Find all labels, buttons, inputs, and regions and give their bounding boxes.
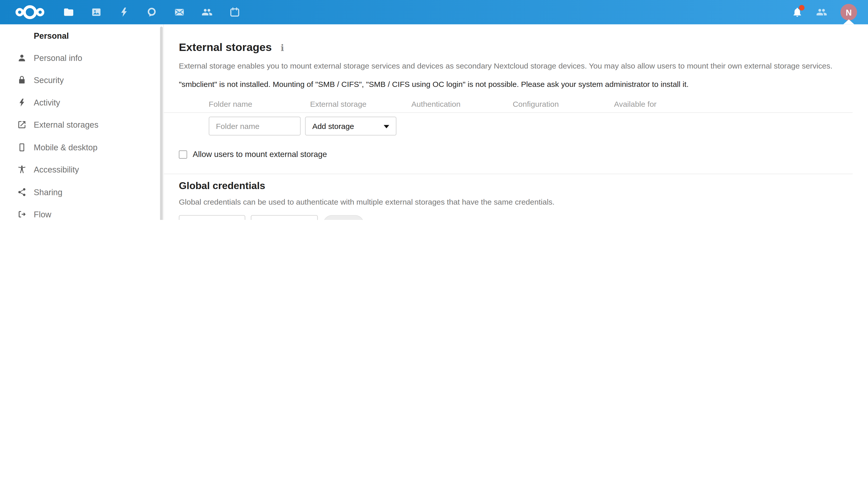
- talk-icon[interactable]: [146, 7, 157, 18]
- allow-mount-row: Allow users to mount external storage: [179, 150, 853, 159]
- column-configuration: Configuration: [513, 100, 614, 112]
- lightning-icon[interactable]: [118, 7, 129, 18]
- avatar[interactable]: N: [840, 4, 857, 21]
- share-icon: [17, 187, 27, 197]
- sidebar-item-label: Mobile & desktop: [34, 142, 97, 152]
- accessibility-icon: [17, 165, 27, 174]
- sidebar-item-flow[interactable]: Flow: [0, 203, 163, 220]
- external-storage-description: External storage enables you to mount ex…: [179, 61, 853, 70]
- bell-icon[interactable]: [792, 7, 803, 18]
- folder-name-input[interactable]: [209, 117, 301, 136]
- column-external-storage: External storage: [310, 100, 411, 112]
- mail-icon[interactable]: [174, 7, 185, 18]
- storage-table-header: Folder name External storage Authenticat…: [164, 100, 852, 113]
- settings-menu-caret: [843, 20, 854, 25]
- column-available-for: Available for: [614, 100, 715, 112]
- sidebar-item-activity[interactable]: Activity: [0, 91, 163, 114]
- calendar-icon[interactable]: [229, 7, 240, 18]
- info-icon[interactable]: i: [281, 42, 284, 53]
- nextcloud-logo-icon: [14, 3, 45, 21]
- column-folder-name: Folder name: [209, 100, 310, 112]
- sidebar-item-accessibility[interactable]: Accessibility: [0, 159, 163, 181]
- save-button[interactable]: Save: [323, 215, 364, 220]
- nextcloud-logo[interactable]: [14, 3, 45, 21]
- username-field[interactable]: [179, 215, 245, 220]
- allow-mount-checkbox[interactable]: [179, 150, 187, 159]
- sidebar-scrollbar[interactable]: [160, 27, 163, 220]
- folder-icon[interactable]: [63, 7, 74, 18]
- chevron-down-icon: [384, 125, 389, 128]
- user-icon: [17, 53, 27, 62]
- sidebar-heading-personal: Personal: [0, 24, 163, 46]
- contacts-icon[interactable]: [202, 7, 213, 18]
- sidebar-item-label: Activity: [34, 98, 60, 107]
- sidebar-item-mobile-desktop[interactable]: Mobile & desktop: [0, 136, 163, 159]
- notification-dot: [799, 5, 804, 11]
- sidebar-item-security-personal[interactable]: Security: [0, 69, 163, 91]
- sidebar-item-label: Security: [34, 75, 64, 85]
- lightning-icon: [17, 98, 27, 107]
- nextcloud-settings-page: N Personal Personal info Security Activi…: [0, 0, 868, 220]
- sidebar-item-personal-info[interactable]: Personal info: [0, 46, 163, 69]
- app-navigation: [63, 7, 240, 18]
- new-storage-row: Add storage: [179, 117, 853, 136]
- global-credentials-description: Global credentials can be used to authen…: [179, 198, 853, 206]
- top-bar-right: N: [792, 4, 857, 21]
- lock-icon: [17, 75, 27, 85]
- mobile-icon: [17, 142, 27, 152]
- top-bar: N: [0, 0, 868, 24]
- global-credentials-title: Global credentials: [179, 180, 853, 192]
- page-title: External storages: [179, 41, 272, 54]
- sidebar-item-label: External storages: [34, 120, 98, 130]
- sidebar-item-label: Accessibility: [34, 165, 79, 174]
- sidebar-item-label: Sharing: [34, 187, 62, 197]
- external-link-icon: [17, 120, 27, 130]
- settings-sidebar: Personal Personal info Security Activity…: [0, 24, 164, 220]
- sidebar-item-label: Flow: [34, 210, 51, 219]
- sidebar-item-external-storages-personal[interactable]: External storages: [0, 114, 163, 136]
- add-storage-select-value: Add storage: [312, 122, 354, 131]
- contacts-menu-icon[interactable]: [816, 7, 827, 18]
- global-credentials-form: Save: [179, 215, 853, 220]
- add-storage-select[interactable]: Add storage: [305, 117, 397, 136]
- column-authentication: Authentication: [411, 100, 513, 112]
- allow-mount-label: Allow users to mount external storage: [193, 150, 327, 159]
- main-content: External storages i External storage ena…: [164, 24, 868, 220]
- flow-icon: [17, 210, 27, 219]
- section-divider: [164, 173, 852, 174]
- sidebar-item-sharing-personal[interactable]: Sharing: [0, 181, 163, 203]
- sidebar-item-label: Personal info: [34, 53, 82, 62]
- password-field[interactable]: [251, 215, 318, 220]
- smbclient-warning: "smbclient" is not installed. Mounting o…: [179, 79, 853, 89]
- photos-icon[interactable]: [91, 7, 102, 18]
